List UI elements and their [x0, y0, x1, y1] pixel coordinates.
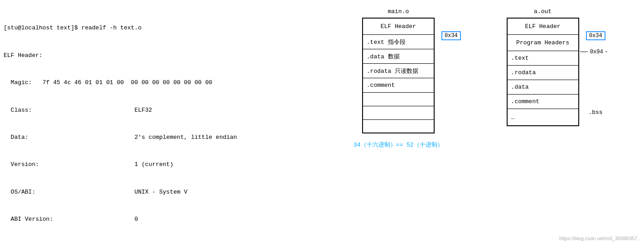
main-row-comment: .comment	[363, 78, 434, 93]
terminal-section: [stu@localhost text]$ readelf -h text.o …	[0, 4, 344, 242]
aout-row-dots: …	[508, 109, 578, 125]
diagram-aout-col: a.out ELF Header Program Headers .text .…	[507, 8, 579, 242]
terminal-line-1: ELF Header:	[4, 51, 341, 60]
diagram-aout-table-wrap: ELF Header Program Headers .text .rodata…	[507, 18, 579, 126]
diagram-aout-title: a.out	[534, 8, 552, 15]
terminal-line-4: Data: 2's complement, little endian	[4, 133, 341, 142]
main-row-elf-header: ELF Header	[363, 19, 434, 35]
main-row-text: .text 指令段	[363, 35, 434, 49]
terminal-line-6: OS/ABI: UNIX - System V	[4, 188, 341, 197]
diagram-main-table-wrap: ELF Header .text 指令段 .data 数据 .rodata 只读…	[362, 18, 435, 133]
aout-bss-label: .bss	[588, 109, 602, 116]
watermark: https://blog.csdn.net/m0_30388357...	[559, 236, 641, 241]
aout-row-data: .data	[508, 80, 578, 95]
diagram-main-table: ELF Header .text 指令段 .data 数据 .rodata 只读…	[362, 18, 435, 133]
note-text: 34（十六进制）== 52（十进制）	[353, 141, 443, 149]
diagram-main-title: main.o	[387, 8, 409, 15]
main-badge-0x34: 0x34	[441, 31, 461, 40]
diagram-main-col: main.o ELF Header .text 指令段 .data 数据 .ro…	[353, 8, 443, 242]
main-container: [stu@localhost text]$ readelf -h text.o …	[0, 0, 644, 242]
diagram-aout-table: ELF Header Program Headers .text .rodata…	[507, 18, 579, 126]
aout-row-rodata: .rodata	[508, 66, 578, 80]
diagrams-section: main.o ELF Header .text 指令段 .data 数据 .ro…	[344, 4, 579, 242]
terminal-line-3: Class: ELF32	[4, 106, 341, 115]
aout-badge-0x94: 0x94	[588, 48, 605, 56]
aout-badge-0x34: 0x34	[586, 31, 605, 40]
aout-row-program-headers: Program Headers	[508, 35, 578, 51]
aout-row-elf-header: ELF Header	[508, 19, 578, 35]
main-row-data: .data 数据	[363, 49, 434, 64]
aout-row-text: .text	[508, 51, 578, 66]
terminal-line-0: [stu@localhost text]$ readelf -h text.o	[4, 24, 341, 33]
aout-row-comment: .comment	[508, 95, 578, 109]
main-row-empty-1	[363, 93, 434, 106]
main-row-empty-2	[363, 106, 434, 120]
terminal-line-5: Version: 1 (current)	[4, 160, 341, 169]
main-row-empty-3	[363, 120, 434, 133]
terminal-line-2: Magic: 7f 45 4c 46 01 01 01 00 00 00 00 …	[4, 78, 341, 87]
main-row-rodata: .rodata 只读数据	[363, 64, 434, 78]
terminal-line-7: ABI Version: 0	[4, 215, 341, 224]
